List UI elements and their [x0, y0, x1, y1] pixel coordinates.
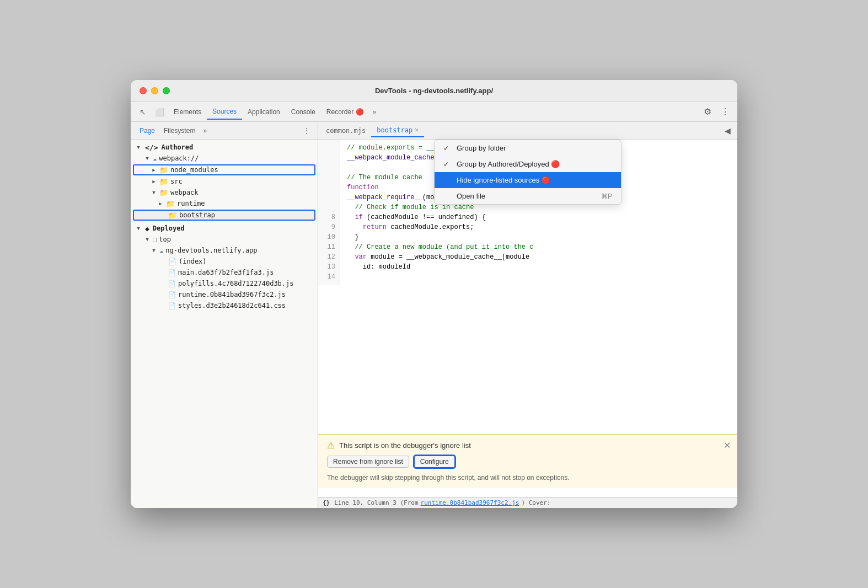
warning-icon: ⚠ [327, 440, 335, 451]
remove-from-ignore-button[interactable]: Remove from ignore list [327, 456, 409, 468]
configure-button[interactable]: Configure [414, 455, 456, 468]
authored-section[interactable]: ▼ </> Authored [131, 142, 318, 153]
src-folder[interactable]: ▶ 📁 src [131, 176, 318, 187]
menu-group-authored[interactable]: ✓ Group by Authored/Deployed 🔴 [435, 156, 621, 172]
index-label: (index) [179, 258, 207, 265]
ignore-banner-text: This script is on the debugger's ignore … [339, 441, 471, 450]
tab-application[interactable]: Application [242, 105, 286, 119]
menu-open-file[interactable]: Open file ⌘P [435, 188, 621, 204]
window-title: DevTools - ng-devtools.netlify.app/ [140, 87, 728, 95]
src-arrow: ▶ [151, 179, 157, 184]
ignore-banner-actions: Remove from ignore list Configure [327, 455, 728, 468]
authored-code-icon: </> [145, 143, 158, 152]
runtime-label: runtime [177, 200, 205, 207]
device-icon[interactable]: ⬜ [152, 104, 167, 120]
check-icon-2: ✓ [443, 161, 452, 168]
main-file[interactable]: 📄 main.da63f7b2fe3f1fa3.js [131, 267, 318, 278]
src-label: src [170, 178, 183, 185]
node-modules-label: node_modules [170, 166, 218, 174]
status-text: Line 10, Column 3 (From [334, 499, 418, 506]
top-label: top [159, 236, 171, 243]
maximize-button[interactable] [163, 87, 170, 94]
tab-recorder[interactable]: Recorder 🔴 [321, 105, 369, 119]
file-icon-styles: 📄 [168, 302, 176, 309]
menu-group-folder-label: Group by folder [457, 144, 612, 152]
node-modules-arrow: ▶ [151, 167, 157, 173]
editor-tab-bar: common.mjs bootstrap ✕ ◀ [318, 122, 737, 140]
network-icon: ☁ [159, 247, 163, 254]
devtools-window: DevTools - ng-devtools.netlify.app/ ↖ ⬜ … [131, 80, 737, 508]
webpack-label: webpack:// [159, 154, 199, 162]
sources-sidebar: Page Filesystem » ⋮ ▼ </> Authored ▼ ☁ w… [131, 122, 318, 508]
runtime-arrow: ▶ [157, 201, 164, 206]
bootstrap-label: bootstrap [179, 211, 215, 219]
webpack-sub-arrow: ▼ [151, 190, 157, 195]
src-folder-icon: 📁 [159, 178, 168, 186]
bootstrap-folder-icon: 📁 [168, 211, 177, 220]
menu-group-folder[interactable]: ✓ Group by folder [435, 140, 621, 156]
node-modules-folder[interactable]: ▶ 📁 node_modules [133, 164, 315, 175]
context-menu: ✓ Group by folder ✓ Group by Authored/De… [434, 140, 621, 205]
close-button[interactable] [140, 87, 147, 94]
sidebar-tab-more[interactable]: » [200, 125, 210, 137]
status-file-link[interactable]: runtime.0b841bad3967f3c2.js [421, 499, 519, 506]
ng-devtools-arrow: ▼ [151, 248, 157, 253]
settings-icon[interactable]: ⚙ [700, 104, 715, 120]
code-panel: common.mjs bootstrap ✕ ◀ 8910 11121314 [318, 122, 737, 508]
cursor-icon[interactable]: ↖ [135, 104, 151, 120]
devtools-tab-bar: ↖ ⬜ Elements Sources Application Console… [131, 102, 737, 122]
deployed-label: Deployed [153, 224, 185, 232]
format-icon[interactable]: {} [323, 499, 330, 506]
sidebar-tab-page[interactable]: Page [135, 125, 159, 137]
polyfills-file[interactable]: 📄 polyfills.4c768d7122740d3b.js [131, 278, 318, 289]
styles-file[interactable]: 📄 styles.d3e2b24618d2c641.css [131, 300, 318, 311]
menu-hide-ignore[interactable]: Hide ignore-listed sources 🔴 [435, 172, 621, 188]
titlebar: DevTools - ng-devtools.netlify.app/ [131, 80, 737, 102]
main-label: main.da63f7b2fe3f1fa3.js [178, 269, 274, 276]
deployed-section[interactable]: ▼ ◆ Deployed [131, 223, 318, 234]
tab-console[interactable]: Console [286, 105, 321, 119]
file-tree: ▼ </> Authored ▼ ☁ webpack:// ▶ 📁 node_m… [131, 140, 318, 508]
authored-arrow: ▼ [135, 145, 142, 150]
minimize-button[interactable] [151, 87, 158, 94]
open-file-shortcut: ⌘P [601, 193, 612, 200]
runtime-file[interactable]: 📄 runtime.0b841bad3967f3c2.js [131, 289, 318, 300]
runtime-folder[interactable]: ▶ 📁 runtime [131, 198, 318, 209]
ng-devtools-label: ng-devtools.netlify.app [165, 247, 257, 254]
editor-tab-common[interactable]: common.mjs [320, 125, 371, 137]
bootstrap-file[interactable]: 📁 bootstrap [133, 210, 315, 221]
index-file[interactable]: 📄 (index) [131, 256, 318, 267]
authored-label: Authored [161, 143, 193, 151]
menu-group-authored-label: Group by Authored/Deployed 🔴 [457, 160, 612, 168]
check-icon-1: ✓ [443, 145, 452, 152]
webpack-folder[interactable]: ▼ ☁ webpack:// [131, 153, 318, 164]
ng-devtools-folder[interactable]: ▼ ☁ ng-devtools.netlify.app [131, 245, 318, 256]
webpack-subfolder[interactable]: ▼ 📁 webpack [131, 187, 318, 198]
top-arrow: ▼ [144, 237, 151, 242]
menu-hide-ignore-label: Hide ignore-listed sources 🔴 [457, 176, 612, 184]
editor-tab-close-icon[interactable]: ✕ [415, 126, 419, 133]
common-tab-label: common.mjs [326, 127, 366, 135]
devtools-body: Page Filesystem » ⋮ ▼ </> Authored ▼ ☁ w… [131, 122, 737, 508]
collapse-panel-icon[interactable]: ◀ [720, 123, 735, 138]
traffic-lights [140, 87, 170, 94]
tab-more[interactable]: » [369, 106, 380, 118]
top-folder[interactable]: ▼ □ top [131, 234, 318, 245]
editor-tab-bootstrap[interactable]: bootstrap ✕ [371, 124, 424, 137]
runtime-file-label: runtime.0b841bad3967f3c2.js [178, 291, 286, 298]
tab-actions: ⚙ ⋮ [700, 104, 733, 120]
status-bar: {} Line 10, Column 3 (From runtime.0b841… [318, 497, 737, 508]
file-icon-gray: 📄 [168, 258, 176, 265]
menu-open-file-label: Open file [457, 192, 597, 200]
runtime-folder-icon: 📁 [166, 200, 175, 208]
file-icon-runtime: 📄 [168, 291, 176, 298]
sidebar-options-icon[interactable]: ⋮ [300, 124, 313, 137]
more-options-icon[interactable]: ⋮ [717, 104, 733, 120]
file-icon-yellow: 📄 [168, 269, 176, 276]
bootstrap-tab-label: bootstrap [377, 126, 412, 134]
ignore-banner: ⚠ This script is on the debugger's ignor… [318, 434, 737, 488]
tab-elements[interactable]: Elements [168, 105, 207, 119]
sidebar-tab-filesystem[interactable]: Filesystem [159, 125, 200, 137]
ignore-banner-close-icon[interactable]: ✕ [724, 440, 731, 451]
tab-sources[interactable]: Sources [207, 104, 242, 120]
